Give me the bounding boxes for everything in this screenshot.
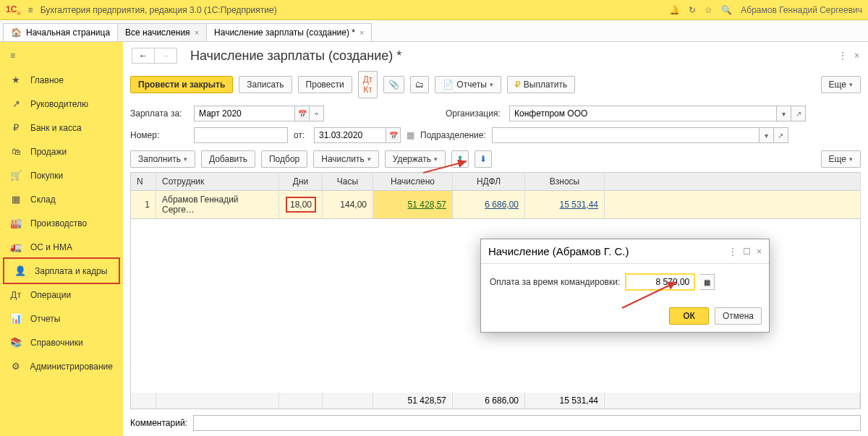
sidebar-item-production[interactable]: 🏭Производство — [0, 211, 123, 235]
sidebar-item-main[interactable]: ★Главное — [0, 68, 123, 92]
col-days[interactable]: Дни — [279, 173, 323, 191]
app-logo: 1С≡ — [6, 3, 21, 17]
dropdown-icon[interactable]: ▾ — [777, 106, 791, 121]
col-accrued[interactable]: Начислено — [373, 173, 453, 191]
forward-button[interactable]: → — [155, 48, 176, 63]
col-contrib[interactable]: Взносы — [525, 173, 605, 191]
ruble-icon: ₽ — [10, 122, 22, 133]
sidebar-item-salary[interactable]: 👤Зарплата и кадры — [3, 257, 120, 284]
month-input[interactable] — [194, 106, 295, 121]
save-button[interactable]: Записать — [239, 76, 292, 93]
sidebar-item-sales[interactable]: 🛍Продажи — [0, 140, 123, 163]
dtkt-button[interactable]: ДтКт — [358, 71, 378, 98]
close-icon[interactable]: × — [195, 28, 199, 37]
search-icon[interactable]: 🔍 — [721, 5, 732, 15]
number-input[interactable] — [194, 127, 288, 143]
kebab-icon[interactable]: ⋮ — [838, 51, 847, 61]
tab-accrual-create[interactable]: Начисление зарплаты (создание) *× — [206, 23, 372, 41]
tab-home[interactable]: 🏠Начальная страница — [3, 23, 118, 41]
attach-button[interactable]: 📎 — [383, 76, 404, 93]
struct-button[interactable]: 🗂 — [410, 76, 429, 93]
org-input[interactable] — [509, 106, 777, 121]
deduct-button[interactable]: Удержать ▾ — [385, 150, 446, 168]
move-down-button[interactable]: ⬇ — [475, 150, 492, 168]
close-icon[interactable]: × — [359, 28, 364, 37]
calendar-icon[interactable]: 📅 — [386, 127, 401, 143]
kebab-icon[interactable]: ⋮ — [728, 247, 737, 257]
sidebar-burger-icon[interactable]: ≡ — [0, 48, 123, 68]
bell-icon[interactable]: 🔔 — [669, 5, 680, 15]
person-icon: 👤 — [14, 265, 26, 276]
reports-button[interactable]: 📄 Отчеты ▾ — [435, 76, 501, 93]
calc-icon[interactable]: ▦ — [700, 274, 715, 290]
comment-label: Комментарий: — [130, 418, 187, 428]
col-tax[interactable]: НДФЛ — [453, 173, 525, 191]
col-emp[interactable]: Сотрудник — [156, 173, 279, 191]
truck-icon: 🚛 — [10, 241, 22, 252]
table-totals: 51 428,57 6 686,00 15 531,44 — [130, 393, 861, 409]
sidebar-item-reports[interactable]: 📊Отчеты — [0, 307, 123, 330]
page-title: Начисление зарплаты (создание) * — [190, 48, 401, 64]
add-button[interactable]: Добавить — [201, 150, 255, 168]
tab-all-accruals[interactable]: Все начисления× — [117, 23, 207, 41]
sidebar-item-purchases[interactable]: 🛒Покупки — [0, 163, 123, 187]
trip-pay-input[interactable] — [626, 274, 694, 290]
cancel-button[interactable]: Отмена — [715, 307, 762, 325]
col-hours[interactable]: Часы — [323, 173, 373, 191]
open-icon[interactable]: ↗ — [774, 127, 788, 143]
col-n[interactable]: N — [131, 173, 156, 191]
employees-table: N Сотрудник Дни Часы Начислено НДФЛ Взно… — [130, 172, 861, 219]
more-button[interactable]: Еще ▾ — [821, 76, 861, 93]
close-icon[interactable]: × — [757, 247, 762, 257]
open-icon[interactable]: ↗ — [791, 106, 806, 121]
back-button[interactable]: ← — [132, 48, 155, 63]
books-icon: 📚 — [10, 337, 22, 348]
cart-icon: 🛒 — [10, 170, 22, 181]
dropdown-icon[interactable]: ▾ — [760, 127, 774, 143]
date-input[interactable] — [314, 127, 386, 143]
table-row[interactable]: 1 Абрамов Геннадий Серге… 18,00 144,00 5… — [131, 191, 861, 219]
history-icon[interactable]: ↻ — [689, 5, 696, 15]
dept-input[interactable] — [492, 127, 760, 143]
grid-icon: ▦ — [10, 194, 22, 205]
more-table-button[interactable]: Еще ▾ — [821, 150, 861, 168]
post-close-button[interactable]: Провести и закрыть — [130, 76, 233, 93]
pay-button[interactable]: ₽ Выплатить — [507, 76, 576, 93]
sidebar-item-bank[interactable]: ₽Банк и касса — [0, 116, 123, 140]
gear-icon: ⚙ — [10, 361, 22, 372]
menu-icon[interactable]: ≡ — [28, 5, 33, 15]
user-name[interactable]: Абрамов Геннадий Сергеевич — [741, 5, 862, 15]
sidebar-item-manager[interactable]: ↗Руководителю — [0, 92, 123, 116]
trip-pay-label: Оплата за время командировки: — [490, 277, 620, 287]
pick-button[interactable]: Подбор — [261, 150, 307, 168]
fill-button[interactable]: Заполнить ▾ — [130, 150, 195, 168]
sidebar-item-operations[interactable]: ДтОперации — [0, 283, 123, 307]
calendar-icon[interactable]: 📅 — [295, 106, 310, 121]
days-highlight: 18,00 — [286, 197, 316, 213]
ok-button[interactable]: ОК — [669, 307, 709, 325]
accrual-dialog: Начисление (Абрамов Г. С.) ⋮ ☐ × Оплата … — [480, 239, 770, 333]
window-title: Бухгалтерия предприятия, редакция 3.0 (1… — [41, 5, 670, 15]
salary-for-label: Зарплата за: — [130, 108, 188, 119]
sidebar-item-refs[interactable]: 📚Справочники — [0, 330, 123, 354]
org-label: Организация: — [446, 108, 503, 119]
sidebar-item-assets[interactable]: 🚛ОС и НМА — [0, 235, 123, 259]
stepper-icon[interactable]: ÷ — [310, 106, 324, 121]
comment-input[interactable] — [193, 415, 861, 431]
post-button[interactable]: Провести — [298, 76, 352, 93]
factory-icon: 🏭 — [10, 218, 22, 228]
sidebar: ≡ ★Главное ↗Руководителю ₽Банк и касса 🛍… — [0, 42, 123, 436]
dialog-title: Начисление (Абрамов Г. С.) — [488, 245, 728, 257]
close-page-icon[interactable]: × — [854, 51, 859, 61]
star-icon[interactable]: ☆ — [705, 5, 712, 15]
arrow-icon: ↗ — [10, 98, 22, 109]
move-up-button[interactable]: ⬆ — [451, 150, 469, 168]
maximize-icon[interactable]: ☐ — [743, 247, 751, 257]
dept-icon: ▦ — [407, 130, 414, 140]
sidebar-item-warehouse[interactable]: ▦Склад — [0, 187, 123, 211]
sidebar-item-admin[interactable]: ⚙Администрирование — [0, 354, 123, 378]
number-label: Номер: — [130, 130, 188, 140]
dtkt-icon: Дт — [10, 289, 22, 300]
accrue-button[interactable]: Начислить ▾ — [313, 150, 378, 168]
chart-icon: 📊 — [10, 313, 22, 324]
